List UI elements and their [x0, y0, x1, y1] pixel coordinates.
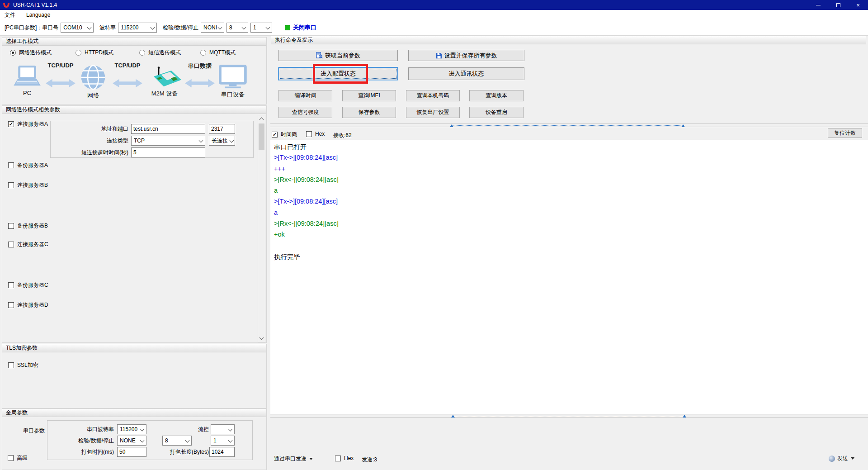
send-via-dropdown[interactable]: 通过串口发送 — [274, 455, 313, 463]
pack-time-input[interactable]: 50 — [117, 447, 146, 457]
maximize-button[interactable] — [828, 0, 848, 10]
radio-icon[interactable] — [139, 50, 145, 56]
diagram-node-network: 网络 — [78, 65, 108, 100]
left-panel-scrollbar[interactable] — [258, 115, 265, 342]
log-line: 串口已打开 — [274, 143, 864, 154]
advanced-checkbox-row[interactable]: 高级 — [8, 454, 28, 462]
checkbox-label: 备份服务器A — [17, 161, 48, 169]
serial-stopbits-select[interactable]: 1 — [211, 436, 235, 446]
pc-serial-label: [PC串口参数]：串口号 — [5, 24, 58, 32]
log-output[interactable]: 串口已打开 >[Tx->][09:08:24][asc] +++ >[Rx<-]… — [270, 140, 868, 414]
checkbox-icon[interactable] — [272, 132, 278, 138]
radio-icon[interactable] — [200, 50, 206, 56]
conn-type-label: 连接类型 — [51, 136, 128, 146]
checkbox-icon[interactable] — [8, 162, 14, 168]
close-icon: × — [856, 2, 860, 9]
checkbox-icon[interactable] — [8, 302, 14, 308]
keep-type-select[interactable]: 长连接 — [209, 136, 235, 146]
save-icon — [436, 52, 442, 59]
checkbox-icon[interactable] — [335, 456, 341, 461]
short-conn-timeout-label: 短连接超时时间(秒) — [51, 147, 128, 157]
baud-select[interactable]: 115200 — [118, 23, 157, 33]
panel-splitter[interactable] — [267, 36, 270, 470]
enter-comm-button[interactable]: 进入通讯状态 — [408, 67, 524, 80]
chevron-down-icon — [198, 138, 203, 143]
parity-select[interactable]: NONI — [201, 23, 224, 33]
conn-type-select[interactable]: TCP — [131, 136, 205, 146]
checkbox-icon[interactable] — [8, 182, 14, 188]
checkbox-icon[interactable] — [8, 121, 14, 127]
server-checkbox-row[interactable]: 连接服务器C — [8, 241, 48, 248]
checkbox-icon[interactable] — [8, 362, 14, 368]
server-a-checkbox-row[interactable]: 连接服务器A — [8, 120, 48, 128]
chevron-down-icon — [217, 25, 222, 30]
chevron-down-icon — [87, 25, 92, 30]
databits-select[interactable]: 8 — [226, 23, 248, 33]
send-button[interactable]: 发送 — [829, 455, 854, 462]
log-line: >[Rx<-][09:08:24][asc] — [274, 176, 864, 187]
timeout-input[interactable]: 5 — [131, 147, 205, 157]
checkbox-icon[interactable] — [306, 131, 312, 137]
server-checkbox-row[interactable]: 连接服务器D — [8, 301, 48, 309]
radio-icon[interactable] — [10, 50, 16, 56]
query-signal-button[interactable]: 查信号强度 — [278, 107, 332, 118]
device-restart-button[interactable]: 设备重启 — [469, 107, 524, 118]
work-mode-option-net[interactable]: 网络透传模式 — [10, 49, 52, 57]
server-checkbox-row[interactable]: 备份服务器C — [8, 281, 48, 289]
reset-count-button[interactable]: 复位计数 — [828, 128, 862, 138]
work-mode-option-mqtt[interactable]: MQTT模式 — [200, 49, 236, 57]
radio-label: 短信透传模式 — [148, 49, 181, 57]
compile-time-button[interactable]: 编译时间 — [278, 90, 332, 101]
splitter-handle[interactable] — [452, 416, 685, 416]
serial-params-label: 串口参数 — [23, 427, 45, 435]
minimize-button[interactable] — [808, 0, 828, 10]
hex-recv-checkbox-row[interactable]: Hex — [306, 131, 325, 137]
sent-count-label: 发送:3 — [362, 456, 377, 464]
checkbox-icon[interactable] — [8, 455, 14, 461]
server-checkbox-row[interactable]: 备份服务器A — [8, 161, 48, 169]
query-phone-number-button[interactable]: 查询本机号码 — [406, 90, 460, 101]
server-a-port-input[interactable]: 2317 — [209, 124, 235, 134]
stopbits-select[interactable]: 1 — [250, 23, 272, 33]
hex-send-checkbox-row[interactable]: Hex — [335, 455, 354, 461]
menu-item-language[interactable]: Language — [26, 12, 50, 18]
serial-baud-label: 串口波特率 — [47, 424, 114, 434]
address-port-label: 地址和端口 — [51, 124, 128, 134]
menu-item-file[interactable]: 文件 — [5, 11, 15, 19]
serial-parity-select[interactable]: NONE — [117, 436, 146, 446]
splitter-handle[interactable] — [451, 125, 684, 126]
close-port-button[interactable]: 关闭串口 — [293, 24, 316, 32]
server-checkbox-row[interactable]: 备份服务器B — [8, 222, 48, 230]
get-params-button[interactable]: 获取当前参数 — [278, 50, 398, 61]
radio-icon[interactable] — [75, 50, 81, 56]
log-splitter-bottom[interactable] — [270, 414, 868, 418]
work-mode-option-sms[interactable]: 短信透传模式 — [139, 49, 181, 57]
ssl-checkbox-row[interactable]: SSL加密 — [8, 361, 38, 369]
query-version-button[interactable]: 查询版本 — [469, 90, 524, 101]
log-line: a — [274, 187, 864, 198]
close-button[interactable]: × — [848, 0, 868, 10]
scrollbar-thumb[interactable] — [259, 123, 264, 150]
query-imei-button[interactable]: 查询IMEI — [342, 90, 396, 101]
save-params-button[interactable]: 保存参数 — [342, 107, 396, 118]
timestamp-checkbox-row[interactable]: 时间戳 — [272, 131, 297, 138]
factory-reset-button[interactable]: 恢复出厂设置 — [406, 107, 460, 118]
work-mode-option-httpd[interactable]: HTTPD模式 — [75, 49, 113, 57]
com-port-select[interactable]: COM10 — [61, 23, 94, 33]
m2m-device-icon — [146, 66, 184, 88]
tls-header: TLS加密参数 — [2, 344, 266, 352]
set-save-params-button[interactable]: 设置并保存所有参数 — [408, 50, 524, 61]
serial-databits-select[interactable]: 8 — [162, 436, 192, 446]
title-bar: USR-CAT1 V1.1.4 × — [0, 0, 868, 10]
checkbox-icon[interactable] — [8, 282, 14, 288]
pack-length-input[interactable]: 1024 — [209, 447, 235, 457]
log-splitter-top[interactable] — [270, 123, 868, 127]
checkbox-icon[interactable] — [8, 242, 14, 247]
server-checkbox-row[interactable]: 连接服务器B — [8, 181, 48, 189]
server-a-address-input[interactable]: test.usr.cn — [131, 124, 205, 134]
serial-baud-select[interactable]: 115200 — [117, 424, 146, 434]
checkbox-icon[interactable] — [8, 223, 14, 229]
scroll-up-icon[interactable] — [258, 115, 265, 123]
flow-control-select[interactable] — [211, 424, 235, 434]
scroll-down-icon[interactable] — [258, 335, 265, 342]
